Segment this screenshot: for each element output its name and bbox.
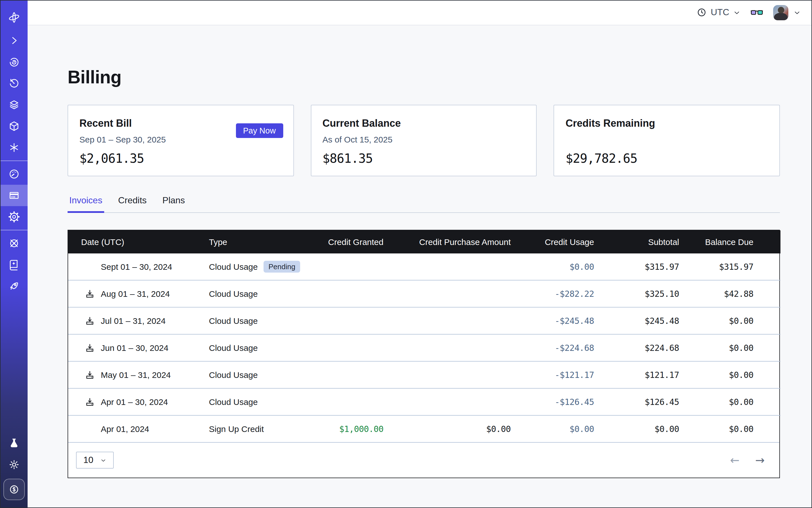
sidebar-item-gauge[interactable] — [0, 163, 28, 185]
chevron-down-icon — [733, 9, 740, 16]
balance-due-cell: $0.00 — [679, 361, 780, 388]
credits-remaining-card: Credits Remaining $29,782.65 — [554, 105, 780, 176]
credit-purchase-cell — [383, 253, 511, 280]
sidebar-item-rocket[interactable] — [0, 276, 28, 297]
billing-tabs: Invoices Credits Plans — [68, 196, 780, 213]
pagination-controls: ← → — [730, 455, 765, 466]
chevron-down-icon — [794, 9, 801, 16]
invoice-type-cell: Cloud Usage — [203, 334, 305, 361]
credit-usage-cell: -$282.22 — [511, 280, 594, 307]
sidebar-item-asterisk[interactable] — [0, 137, 28, 158]
page-size-select[interactable]: 10 — [76, 452, 114, 469]
invoices-table: Date (UTC)TypeCredit GrantedCredit Purch… — [68, 230, 780, 478]
chevron-right-icon — [8, 35, 19, 46]
credit-purchase-cell — [383, 280, 511, 307]
page-size-value: 10 — [83, 455, 93, 465]
download-invoice-button[interactable] — [85, 316, 95, 326]
sidebar-item-credit-card[interactable] — [0, 185, 28, 206]
credit-card-icon — [8, 190, 19, 201]
sidebar-nav-resources — [0, 232, 28, 297]
table-header: Date (UTC)TypeCredit GrantedCredit Purch… — [68, 230, 780, 253]
download-icon — [85, 397, 95, 407]
sidebar-credits-button[interactable] — [3, 479, 25, 500]
sidebar-item-history[interactable] — [0, 73, 28, 94]
sidebar-item-target-scan[interactable] — [0, 51, 28, 73]
sidebar-item-sun-theme[interactable] — [0, 454, 28, 475]
balance-due-cell: $0.00 — [679, 334, 780, 361]
invoice-row: Aug 01 – 31, 2024 Cloud Usage -$282.22 $… — [68, 280, 780, 307]
history-icon — [8, 78, 19, 89]
credit-purchase-cell — [383, 388, 511, 415]
column-header: Subtotal — [594, 230, 679, 253]
asterisk-icon — [8, 142, 19, 153]
invoice-row: Apr 01 – 30, 2024 Cloud Usage -$126.45 $… — [68, 388, 780, 415]
gear-icon — [8, 211, 19, 222]
download-invoice-button[interactable] — [85, 343, 95, 352]
recent-bill-amount: $2,061.35 — [79, 152, 282, 166]
balance-due-cell: $0.00 — [679, 388, 780, 415]
reader-mode-button[interactable] — [751, 8, 763, 17]
sidebar-divider — [0, 161, 28, 161]
invoice-row: Jul 01 – 31, 2024 Cloud Usage -$245.48 $… — [68, 307, 780, 334]
tab-credits[interactable]: Credits — [116, 196, 148, 213]
pay-now-button[interactable]: Pay Now — [236, 123, 283, 138]
invoice-date: Jul 01 – 31, 2024 — [101, 316, 166, 326]
download-icon — [85, 289, 95, 298]
current-balance-card: Current Balance As of Oct 15, 2025 $861.… — [310, 105, 537, 176]
app-logo[interactable] — [0, 5, 28, 30]
download-invoice-button[interactable] — [85, 397, 95, 407]
sidebar-item-chevron-right[interactable] — [0, 30, 28, 51]
sidebar — [0, 0, 28, 508]
invoice-date-cell: Apr 01, 2024 — [68, 415, 203, 442]
invoice-type-cell: Cloud Usage — [203, 280, 305, 307]
subtotal-cell: $325.10 — [594, 280, 679, 307]
download-invoice-button[interactable] — [85, 289, 95, 298]
next-page-button[interactable]: → — [755, 455, 765, 466]
invoice-type: Sign Up Credit — [209, 424, 264, 434]
sidebar-item-layers[interactable] — [0, 94, 28, 116]
column-header: Credit Usage — [511, 230, 594, 253]
credit-usage-cell: $0.00 — [511, 415, 594, 442]
invoice-date-cell: Aug 01 – 31, 2024 — [68, 280, 203, 307]
column-header: Balance Due — [679, 230, 780, 253]
balance-due-cell: $0.00 — [679, 307, 780, 334]
sidebar-item-cube[interactable] — [0, 116, 28, 137]
sidebar-item-helm-wheel[interactable] — [0, 232, 28, 254]
subtotal-cell: $0.00 — [594, 415, 679, 442]
billing-page: Billing Recent Bill Sep 01 – Sep 30, 202… — [28, 25, 812, 508]
page-title: Billing — [68, 67, 780, 88]
tab-invoices[interactable]: Invoices — [68, 196, 104, 213]
invoice-type-cell: Cloud Usage — [203, 388, 305, 415]
recent-bill-card: Recent Bill Sep 01 – Sep 30, 2025 $2,061… — [68, 105, 294, 176]
credit-usage-cell: -$126.45 — [511, 388, 594, 415]
credit-purchase-cell — [383, 307, 511, 334]
sidebar-nav-billing — [0, 163, 28, 227]
download-icon — [85, 343, 95, 352]
previous-page-button[interactable]: ← — [730, 455, 740, 466]
sidebar-item-flask[interactable] — [0, 432, 28, 454]
app-window: UTC Billing Recent Bill Sep 01 – Sep 30,… — [0, 0, 812, 508]
invoice-type: Cloud Usage — [209, 262, 258, 271]
invoice-date: Jun 01 – 30, 2024 — [101, 343, 168, 352]
status-badge: Pending — [263, 261, 300, 272]
download-invoice-button[interactable] — [85, 370, 95, 380]
invoice-type-cell: Cloud Usage — [203, 307, 305, 334]
credit-usage-cell: -$245.48 — [511, 307, 594, 334]
invoice-row: May 01 – 31, 2024 Cloud Usage -$121.17 $… — [68, 361, 780, 388]
summary-cards: Recent Bill Sep 01 – Sep 30, 2025 $2,061… — [68, 105, 780, 176]
rocket-icon — [8, 281, 19, 292]
invoice-type: Cloud Usage — [209, 397, 258, 407]
chevron-down-icon — [100, 457, 106, 463]
timezone-selector[interactable]: UTC — [696, 7, 740, 17]
credit-usage-cell: -$224.68 — [511, 334, 594, 361]
user-avatar — [773, 5, 788, 20]
sidebar-item-gear[interactable] — [0, 206, 28, 227]
invoice-type-cell: Cloud UsagePending — [203, 253, 305, 280]
credit-purchase-cell: $0.00 — [383, 415, 511, 442]
user-menu[interactable] — [773, 5, 801, 20]
glasses-icon — [751, 8, 763, 17]
tab-plans[interactable]: Plans — [161, 196, 187, 213]
sidebar-item-book-sparkles[interactable] — [0, 254, 28, 276]
invoice-type-cell: Sign Up Credit — [203, 415, 305, 442]
table-footer: 10 ← → — [68, 442, 779, 477]
